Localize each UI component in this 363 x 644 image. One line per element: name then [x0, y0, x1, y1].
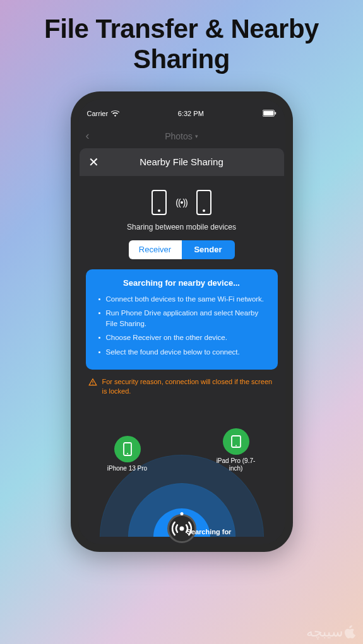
svg-point-6: [127, 453, 128, 454]
promo-background: File Transfer & Nearby Sharing Carrier 6…: [0, 0, 363, 644]
tablet-icon: [231, 435, 241, 448]
wifi-icon: [111, 110, 119, 117]
wireless-signal-icon: ((•)): [176, 197, 187, 208]
security-warning-text: For security reason, connection will clo…: [102, 377, 275, 397]
phone-icon: [123, 442, 132, 456]
mode-segmented-control[interactable]: Receiver Sender: [129, 240, 235, 259]
carrier-label: Carrier: [87, 110, 109, 117]
instruction-item: Select the found device below to connect…: [98, 347, 269, 358]
modal-header: ✕ Nearby File Sharing: [80, 148, 284, 176]
svg-point-9: [179, 526, 184, 530]
watermark-text: سیبچه: [306, 624, 343, 640]
security-warning: For security reason, connection will clo…: [86, 377, 278, 397]
instruction-item: Run Phone Drive application and select N…: [98, 308, 269, 330]
dropdown-chevron-icon: ▾: [195, 133, 198, 139]
radar-dot: [180, 512, 183, 515]
phone-outline-icon: [152, 190, 167, 215]
instructions-panel: Searching for nearby device... Connect b…: [86, 269, 278, 370]
device-label: iPad Pro (9.7-inch): [211, 457, 261, 472]
found-device-iphone[interactable]: iPhone 13 Pro: [102, 436, 153, 472]
instruction-item: Choose Receiver on the other device.: [98, 332, 269, 343]
battery-icon: [263, 110, 277, 117]
device-label: iPhone 13 Pro: [102, 465, 153, 472]
status-bar: Carrier 6:32 PM: [78, 103, 285, 124]
found-device-ipad[interactable]: iPad Pro (9.7-inch): [211, 428, 261, 472]
back-chevron-icon: ‹: [86, 129, 90, 143]
device-bubble[interactable]: [223, 428, 249, 455]
phone-screen: Carrier 6:32 PM ‹ Photos ▾ ✕: [78, 99, 285, 544]
device-radar: iPhone 13 Pro iPad Pro (9.7-inch) Search…: [100, 411, 264, 537]
receiver-tab[interactable]: Receiver: [129, 240, 182, 259]
instructions-title: Searching for nearby device...: [95, 278, 269, 288]
device-pair-illustration: ((•)): [152, 190, 211, 215]
svg-rect-1: [263, 111, 273, 116]
status-time: 6:32 PM: [178, 110, 204, 117]
phone-outline-icon: [196, 190, 211, 215]
phone-frame: Carrier 6:32 PM ‹ Photos ▾ ✕: [71, 91, 293, 552]
sharing-caption: Sharing between mobile devices: [127, 223, 236, 231]
radar-status-label: Searching for: [187, 528, 232, 536]
background-nav-header: ‹ Photos ▾: [78, 124, 285, 148]
svg-rect-2: [275, 112, 276, 114]
modal-content: ((•)) Sharing between mobile devices Rec…: [78, 176, 285, 537]
watermark: سیبچه: [306, 624, 357, 640]
instructions-list: Connect both devices to the same Wi-Fi n…: [95, 294, 269, 358]
apple-logo-icon: [344, 624, 357, 640]
svg-point-8: [235, 445, 237, 446]
instruction-item: Connect both devices to the same Wi-Fi n…: [98, 294, 269, 305]
warning-triangle-icon: [88, 378, 97, 389]
promo-headline: File Transfer & Nearby Sharing: [0, 14, 363, 75]
background-nav-title: Photos: [165, 131, 193, 141]
svg-point-4: [92, 383, 93, 384]
sender-tab[interactable]: Sender: [182, 240, 235, 259]
device-bubble[interactable]: [114, 436, 141, 462]
close-icon[interactable]: ✕: [88, 155, 99, 170]
modal-title: Nearby File Sharing: [140, 156, 223, 167]
